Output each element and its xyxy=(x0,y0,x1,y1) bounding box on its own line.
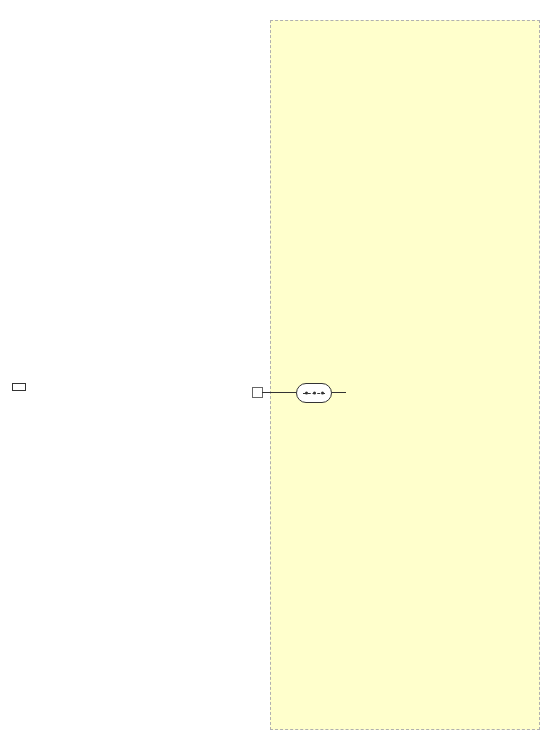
connector-line xyxy=(332,392,346,393)
sequence-dot-icon xyxy=(313,392,316,395)
root-element[interactable] xyxy=(12,383,26,391)
type-container xyxy=(270,20,540,730)
connector-line xyxy=(262,392,296,393)
sequence-compositor[interactable] xyxy=(296,383,332,403)
sequence-dot-icon xyxy=(321,392,324,395)
sequence-dot-icon xyxy=(305,392,308,395)
